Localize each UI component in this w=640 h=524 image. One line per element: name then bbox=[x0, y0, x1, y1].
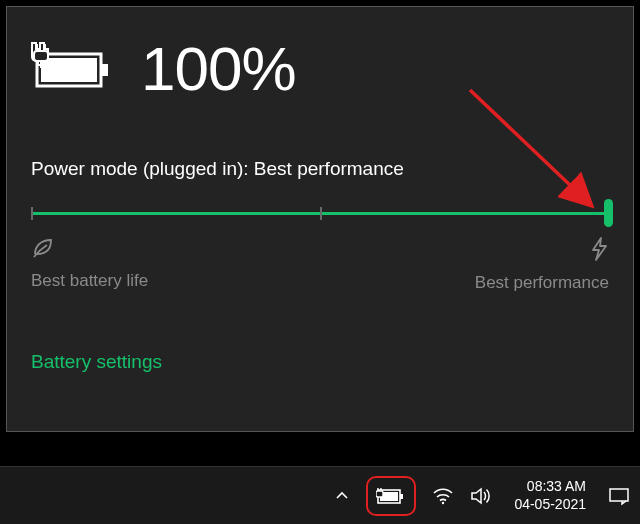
power-mode-label: Power mode (plugged in): Best performanc… bbox=[31, 158, 609, 180]
battery-header: 100% bbox=[31, 33, 609, 104]
svg-rect-2 bbox=[101, 64, 108, 76]
svg-rect-10 bbox=[400, 494, 403, 499]
best-battery-label: Best battery life bbox=[31, 271, 148, 291]
slider-tick bbox=[31, 207, 33, 220]
taskbar: 08:33 AM 04-05-2021 bbox=[0, 466, 640, 524]
taskbar-clock[interactable]: 08:33 AM 04-05-2021 bbox=[508, 478, 592, 513]
svg-rect-3 bbox=[34, 51, 48, 61]
power-mode-slider[interactable] bbox=[31, 202, 609, 224]
slider-right-end: Best performance bbox=[475, 236, 609, 293]
slider-left-end: Best battery life bbox=[31, 236, 148, 293]
leaf-icon bbox=[31, 236, 148, 265]
taskbar-time: 08:33 AM bbox=[514, 478, 586, 496]
slider-handle[interactable] bbox=[604, 199, 613, 227]
svg-point-14 bbox=[442, 501, 444, 503]
slider-labels: Best battery life Best performance bbox=[31, 236, 609, 293]
battery-percent: 100% bbox=[141, 33, 296, 104]
battery-flyout: 100% Power mode (plugged in): Best perfo… bbox=[6, 6, 634, 432]
best-performance-label: Best performance bbox=[475, 273, 609, 293]
battery-tray-icon[interactable] bbox=[366, 476, 416, 516]
svg-rect-1 bbox=[41, 58, 97, 82]
wifi-icon[interactable] bbox=[432, 476, 454, 516]
slider-tick bbox=[320, 207, 322, 220]
tray-chevron-icon[interactable] bbox=[334, 476, 350, 516]
battery-settings-link[interactable]: Battery settings bbox=[31, 351, 609, 373]
svg-rect-11 bbox=[376, 491, 383, 497]
lightning-icon bbox=[589, 236, 609, 267]
battery-plugged-icon bbox=[31, 42, 113, 96]
taskbar-date: 04-05-2021 bbox=[514, 496, 586, 514]
svg-rect-15 bbox=[610, 489, 628, 501]
volume-icon[interactable] bbox=[470, 476, 492, 516]
action-center-icon[interactable] bbox=[608, 476, 630, 516]
